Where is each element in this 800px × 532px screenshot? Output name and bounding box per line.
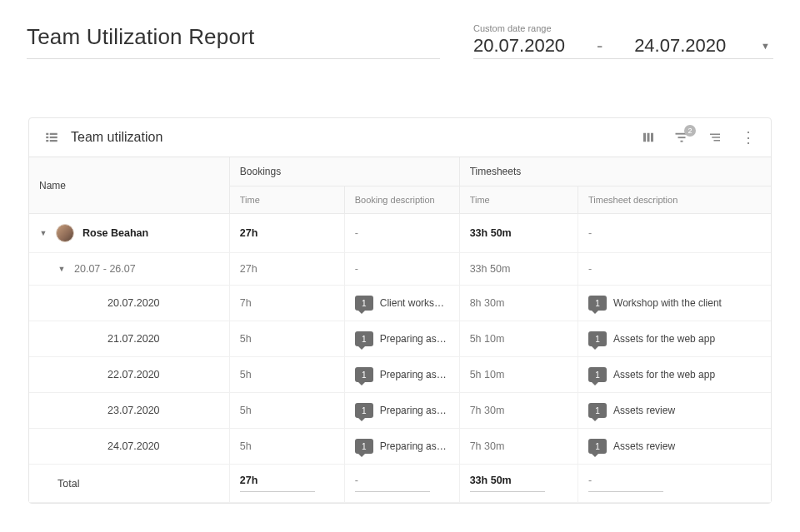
col-timesheet-time-header[interactable]: Time bbox=[459, 186, 578, 214]
table-row-week[interactable]: ▼ 20.07 - 26.07 27h - 33h 50m - bbox=[29, 253, 771, 286]
desc-text: Assets review bbox=[613, 440, 675, 452]
desc-text: Preparing asse... bbox=[380, 333, 449, 345]
svg-rect-2 bbox=[46, 137, 48, 138]
desc-chip[interactable]: 1 Preparing asse... bbox=[355, 403, 449, 418]
svg-rect-14 bbox=[714, 140, 721, 142]
date-range-label: Custom date range bbox=[473, 23, 773, 33]
svg-rect-6 bbox=[643, 133, 646, 142]
cell-booking-desc[interactable]: 1 Preparing asse... bbox=[344, 393, 459, 429]
cell-booking-desc: - bbox=[344, 253, 459, 286]
cell-timesheet-time: 7h 30m bbox=[459, 393, 578, 429]
cell-name[interactable]: 22.07.2020 bbox=[29, 357, 229, 393]
cell-name[interactable]: ▼ Rose Beahan bbox=[29, 214, 229, 253]
svg-rect-4 bbox=[46, 140, 48, 142]
cell-name[interactable]: ▼ 20.07 - 26.07 bbox=[29, 253, 229, 286]
list-view-icon[interactable] bbox=[44, 130, 59, 145]
table-row-person[interactable]: ▼ Rose Beahan 27h - 33h 50m - bbox=[29, 214, 771, 253]
cell-name[interactable]: 23.07.2020 bbox=[29, 393, 229, 429]
expand-toggle-icon[interactable]: ▼ bbox=[58, 265, 66, 273]
desc-text: Assets for the web app bbox=[613, 333, 715, 345]
cell-name[interactable]: 20.07.2020 bbox=[29, 286, 229, 321]
cell-booking-time: 5h bbox=[229, 393, 344, 429]
avatar bbox=[56, 224, 74, 242]
cell-booking-time: 5h bbox=[229, 429, 344, 465]
col-timesheet-desc-header[interactable]: Timesheet description bbox=[578, 186, 771, 214]
svg-rect-3 bbox=[50, 137, 58, 138]
topbar: Team Utilization Report Custom date rang… bbox=[0, 0, 800, 67]
row-name-label: 22.07.2020 bbox=[108, 369, 160, 380]
cell-booking-desc[interactable]: 1 Preparing asse... bbox=[344, 357, 459, 393]
cell-total-booking-time: 27h bbox=[229, 465, 344, 503]
cell-timesheet-time: 33h 50m bbox=[459, 214, 578, 253]
chat-count-icon: 1 bbox=[355, 367, 373, 382]
columns-icon[interactable] bbox=[641, 130, 656, 145]
svg-rect-7 bbox=[648, 133, 650, 142]
cell-timesheet-time: 7h 30m bbox=[459, 429, 578, 465]
cell-timesheet-time: 5h 10m bbox=[459, 357, 578, 393]
cell-timesheet-desc: - bbox=[578, 214, 771, 253]
table-row-day[interactable]: 23.07.2020 5h 1 Preparing asse... 7h 30m… bbox=[29, 393, 771, 429]
desc-chip[interactable]: 1 Client workshop bbox=[355, 296, 449, 311]
col-name-header[interactable]: Name bbox=[29, 157, 229, 214]
date-range-value: 20.07.2020 - 24.07.2020 ▼ bbox=[473, 35, 773, 57]
row-name-label: Rose Beahan bbox=[82, 227, 148, 239]
chat-count-icon: 1 bbox=[355, 439, 373, 454]
desc-text: Assets review bbox=[613, 405, 675, 416]
col-timesheets-header[interactable]: Timesheets bbox=[459, 157, 771, 186]
col-booking-desc-header[interactable]: Booking description bbox=[344, 186, 459, 214]
chevron-down-icon[interactable]: ▼ bbox=[758, 41, 773, 51]
desc-text: Client workshop bbox=[380, 297, 449, 309]
cell-timesheet-desc[interactable]: 1 Assets review bbox=[578, 429, 771, 465]
row-name-label: 23.07.2020 bbox=[108, 405, 160, 416]
desc-chip[interactable]: 1 Assets for the web app bbox=[588, 331, 715, 346]
cell-booking-time: 5h bbox=[229, 321, 344, 357]
cell-timesheet-time: 5h 10m bbox=[459, 321, 578, 357]
cell-timesheet-desc[interactable]: 1 Assets review bbox=[578, 393, 771, 429]
table-header-group-row: Name Bookings Timesheets bbox=[29, 157, 771, 186]
cell-booking-desc[interactable]: 1 Client workshop bbox=[344, 286, 459, 321]
cell-total-booking-desc: - bbox=[344, 465, 459, 503]
table-row-day[interactable]: 24.07.2020 5h 1 Preparing asse... 7h 30m… bbox=[29, 429, 771, 465]
date-range-picker[interactable]: Custom date range 20.07.2020 - 24.07.202… bbox=[473, 23, 773, 59]
table-row-total: Total 27h - 33h 50m - bbox=[29, 465, 771, 503]
row-name-label: 21.07.2020 bbox=[108, 333, 160, 345]
desc-chip[interactable]: 1 Preparing asse... bbox=[355, 331, 449, 346]
chat-count-icon: 1 bbox=[355, 296, 373, 311]
cell-total-label: Total bbox=[29, 465, 229, 503]
table-row-day[interactable]: 22.07.2020 5h 1 Preparing asse... 5h 10m… bbox=[29, 357, 771, 393]
desc-chip[interactable]: 1 Preparing asse... bbox=[355, 367, 449, 382]
svg-rect-5 bbox=[50, 140, 58, 142]
desc-chip[interactable]: 1 Preparing asse... bbox=[355, 439, 449, 454]
expand-toggle-icon[interactable]: ▼ bbox=[39, 229, 48, 237]
cell-booking-time: 27h bbox=[229, 253, 344, 286]
cell-timesheet-desc[interactable]: 1 Workshop with the client bbox=[578, 286, 771, 321]
filter-button[interactable]: 2 bbox=[674, 130, 689, 145]
card-title: Team utilization bbox=[71, 130, 162, 145]
chat-count-icon: 1 bbox=[588, 439, 607, 454]
cell-name[interactable]: 24.07.2020 bbox=[29, 429, 229, 465]
cell-timesheet-time: 8h 30m bbox=[459, 286, 578, 321]
date-range-start: 20.07.2020 bbox=[473, 35, 565, 57]
table-row-day[interactable]: 20.07.2020 7h 1 Client workshop 8h 30m 1… bbox=[29, 286, 771, 321]
page-title-wrap[interactable]: Team Utilization Report bbox=[27, 24, 440, 59]
svg-rect-0 bbox=[46, 133, 48, 135]
svg-rect-1 bbox=[50, 133, 58, 135]
desc-chip[interactable]: 1 Assets review bbox=[588, 403, 675, 418]
desc-text: Workshop with the client bbox=[613, 297, 722, 309]
desc-chip[interactable]: 1 Assets review bbox=[588, 439, 675, 454]
cell-booking-desc[interactable]: 1 Preparing asse... bbox=[344, 321, 459, 357]
sort-icon[interactable] bbox=[708, 130, 722, 145]
cell-timesheet-time: 33h 50m bbox=[459, 253, 578, 286]
cell-name[interactable]: 21.07.2020 bbox=[29, 321, 229, 357]
desc-chip[interactable]: 1 Workshop with the client bbox=[588, 296, 722, 311]
col-booking-time-header[interactable]: Time bbox=[229, 186, 344, 214]
desc-chip[interactable]: 1 Assets for the web app bbox=[588, 367, 715, 382]
cell-booking-desc[interactable]: 1 Preparing asse... bbox=[344, 429, 459, 465]
more-menu-icon[interactable]: ⋮ bbox=[741, 132, 756, 143]
cell-booking-time: 5h bbox=[229, 357, 344, 393]
cell-timesheet-desc[interactable]: 1 Assets for the web app bbox=[578, 357, 771, 393]
svg-rect-12 bbox=[710, 134, 720, 136]
table-row-day[interactable]: 21.07.2020 5h 1 Preparing asse... 5h 10m… bbox=[29, 321, 771, 357]
col-bookings-header[interactable]: Bookings bbox=[229, 157, 459, 186]
cell-timesheet-desc[interactable]: 1 Assets for the web app bbox=[578, 321, 771, 357]
